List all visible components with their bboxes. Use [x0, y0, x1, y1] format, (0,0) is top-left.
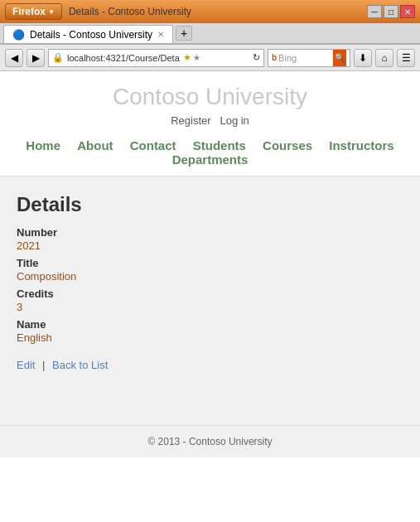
field-credits-value: 3	[17, 301, 403, 313]
url-text: localhost:4321/Course/Deta	[67, 53, 180, 63]
browser-content: Contoso University Register Log in Home …	[0, 71, 420, 522]
address-bar[interactable]: 🔒 localhost:4321/Course/Deta ★ ★ ↻	[48, 49, 264, 67]
login-link[interactable]: Log in	[220, 114, 249, 127]
home-button[interactable]: ⌂	[375, 49, 393, 67]
maximize-button[interactable]: □	[384, 5, 398, 18]
content-area: Details Number 2021 Title Composition Cr…	[0, 176, 420, 425]
edit-link[interactable]: Edit	[17, 359, 35, 371]
page: Contoso University Register Log in Home …	[0, 71, 420, 522]
nav-about[interactable]: About	[77, 138, 113, 152]
field-number-value: 2021	[17, 239, 403, 252]
action-links: Edit | Back to List	[17, 359, 403, 371]
field-number-label: Number	[17, 226, 403, 239]
menu-button[interactable]: ☰	[397, 49, 415, 67]
footer: © 2013 - Contoso University	[0, 425, 420, 457]
nav-courses[interactable]: Courses	[263, 138, 312, 152]
tab-close-icon[interactable]: ✕	[157, 30, 164, 39]
main-nav: Home About Contact Students Courses Inst…	[0, 133, 420, 172]
page-title: Details	[17, 193, 403, 216]
field-title-label: Title	[17, 257, 403, 269]
nav-students[interactable]: Students	[193, 138, 246, 152]
firefox-menu-button[interactable]: Firefox ▼	[5, 3, 62, 20]
nav-contact[interactable]: Contact	[130, 138, 176, 152]
bookmark-star-icon[interactable]: ★	[183, 52, 191, 63]
close-button[interactable]: ✕	[400, 5, 415, 18]
nav-instructors[interactable]: Instructors	[329, 138, 393, 152]
active-tab[interactable]: 🔵 Details - Contoso University ✕	[3, 25, 173, 43]
back-to-list-link[interactable]: Back to List	[52, 359, 108, 371]
tab-bar: 🔵 Details - Contoso University ✕ +	[0, 23, 420, 45]
search-submit-icon[interactable]: 🔍	[333, 50, 346, 66]
field-title-value: Composition	[17, 270, 403, 283]
site-title: Contoso University	[0, 84, 420, 110]
search-placeholder: Bing	[278, 53, 331, 63]
minimize-button[interactable]: ─	[367, 5, 382, 18]
nav-bar: ◀ ▶ 🔒 localhost:4321/Course/Deta ★ ★ ↻ b…	[0, 45, 420, 71]
forward-button[interactable]: ▶	[27, 49, 45, 67]
firefox-arrow-icon: ▼	[48, 8, 55, 16]
footer-text: © 2013 - Contoso University	[147, 436, 272, 447]
field-name-value: English	[17, 331, 403, 344]
nav-home[interactable]: Home	[26, 138, 60, 152]
search-bar[interactable]: b Bing 🔍	[268, 49, 350, 67]
field-credits-label: Credits	[17, 288, 403, 300]
separator: |	[42, 359, 45, 371]
register-link[interactable]: Register	[171, 114, 210, 127]
new-tab-button[interactable]: +	[176, 26, 192, 41]
tab-favicon-icon: 🔵	[12, 29, 25, 41]
field-name-label: Name	[17, 318, 403, 331]
back-button[interactable]: ◀	[5, 49, 23, 67]
bookmark-icon[interactable]: ★	[193, 53, 200, 62]
tab-title: Details - Contoso University	[30, 29, 152, 41]
nav-departments[interactable]: Departments	[172, 152, 249, 167]
window-controls: ─ □ ✕	[367, 5, 415, 18]
auth-links: Register Log in	[0, 114, 420, 127]
downloads-button[interactable]: ⬇	[354, 49, 372, 67]
browser-window: Firefox ▼ Details - Contoso University ─…	[0, 0, 420, 522]
window-title: Details - Contoso University	[65, 6, 364, 17]
bing-logo-icon: b	[272, 53, 277, 62]
reload-icon[interactable]: ↻	[253, 52, 260, 63]
title-bar: Firefox ▼ Details - Contoso University ─…	[0, 0, 420, 23]
lock-icon: 🔒	[52, 52, 64, 63]
page-header: Contoso University Register Log in Home …	[0, 71, 420, 176]
